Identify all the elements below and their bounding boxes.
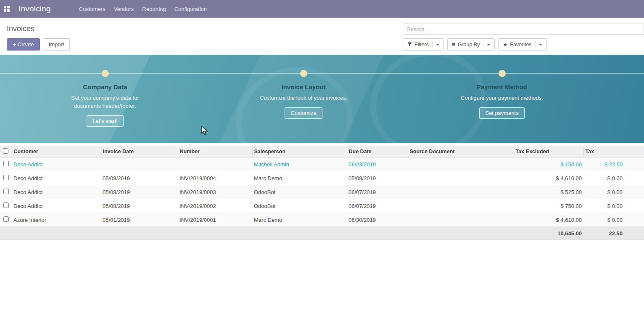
button-divider bbox=[535, 41, 536, 48]
col-customer[interactable]: Customer bbox=[12, 146, 101, 157]
salesperson-cell: Marc Demo bbox=[252, 171, 347, 185]
group-by-button-label: Group By bbox=[458, 42, 480, 48]
col-salesperson[interactable]: Salesperson bbox=[252, 146, 347, 157]
number-cell: INV/2019/0004 bbox=[178, 171, 252, 185]
invoice-row[interactable]: Deco Addict 05/09/2019 INV/2019/0004 Mar… bbox=[0, 171, 644, 185]
menu-reporting[interactable]: Reporting bbox=[138, 6, 170, 12]
checkbox-cell bbox=[0, 185, 12, 199]
invoice-date-cell bbox=[101, 157, 178, 171]
source-document-cell bbox=[408, 157, 514, 171]
col-source-document[interactable]: Source Document bbox=[408, 146, 514, 157]
invoice-date-cell: 05/01/2019 bbox=[101, 213, 178, 227]
search-filter-buttons: Filters ≡ Group By ★ Favorites bbox=[403, 38, 644, 51]
customize-button[interactable]: Customize bbox=[285, 107, 322, 119]
salesperson-cell: OdooBot bbox=[252, 185, 347, 199]
tax-cell: $ 0.00 bbox=[583, 213, 644, 227]
invoices-table: Customer Invoice Date Number Salesperson… bbox=[0, 146, 644, 240]
number-cell: INV/2019/0003 bbox=[178, 185, 252, 199]
search-input[interactable] bbox=[403, 24, 644, 35]
row-checkbox[interactable] bbox=[3, 161, 9, 166]
plus-icon: + bbox=[13, 41, 16, 48]
favorites-button-label: Favorites bbox=[510, 42, 531, 48]
source-document-cell bbox=[408, 199, 514, 213]
totals-row: 10,645.00 22.50 bbox=[0, 227, 644, 240]
tax-excluded-cell: $ 4,610.00 bbox=[514, 213, 583, 227]
checkbox-cell bbox=[0, 171, 12, 185]
source-document-cell bbox=[408, 213, 514, 227]
onboarding-step-invoice-layout: Invoice Layout Customize the look of you… bbox=[245, 55, 362, 119]
onboarding-banner: Company Data Set your company's data for… bbox=[0, 55, 644, 143]
invoice-row[interactable]: Deco Addict Mitchell Admin 06/23/2019 $ … bbox=[0, 157, 644, 171]
apps-grid-icon[interactable] bbox=[4, 6, 10, 12]
onboarding-step-payment-method: Payment Method Configure your payment me… bbox=[443, 55, 561, 119]
select-all-checkbox[interactable] bbox=[3, 148, 8, 154]
filters-button[interactable]: Filters bbox=[403, 38, 444, 51]
create-button-label: Create bbox=[18, 41, 34, 48]
apps-grid-square bbox=[4, 6, 6, 8]
step-dot-icon bbox=[499, 70, 506, 77]
tax-excluded-cell: $ 750.00 bbox=[514, 199, 583, 213]
checkbox-cell bbox=[0, 199, 12, 213]
customer-cell: Deco Addict bbox=[12, 171, 101, 185]
tax-excluded-cell: $ 4,610.00 bbox=[514, 171, 583, 185]
total-tax-excluded: 10,645.00 bbox=[514, 227, 583, 240]
control-panel: Invoices +Create Import Filters ≡ Group … bbox=[0, 18, 644, 55]
number-cell: INV/2019/0002 bbox=[178, 199, 252, 213]
due-date-cell: 06/23/2019 bbox=[347, 157, 408, 171]
step-title: Company Data bbox=[83, 83, 127, 91]
tax-cell: $ 0.00 bbox=[583, 185, 644, 199]
tax-excluded-cell: $ 525.00 bbox=[514, 185, 583, 199]
chevron-down-icon bbox=[436, 44, 439, 47]
menu-configuration[interactable]: Configuration bbox=[170, 6, 211, 12]
customer-cell: Deco Addict bbox=[12, 157, 101, 171]
app-title[interactable]: Invoicing bbox=[18, 4, 51, 13]
col-tax[interactable]: Tax bbox=[583, 146, 644, 157]
source-document-cell bbox=[408, 185, 514, 199]
invoice-row[interactable]: Deco Addict 05/08/2019 INV/2019/0002 Odo… bbox=[0, 199, 644, 213]
salesperson-cell: Marc Demo bbox=[252, 213, 347, 227]
invoice-date-cell: 05/08/2019 bbox=[101, 199, 178, 213]
row-checkbox[interactable] bbox=[3, 216, 9, 222]
number-cell: INV/2019/0001 bbox=[178, 213, 252, 227]
filter-funnel-icon bbox=[407, 42, 412, 47]
step-title: Payment Method bbox=[477, 83, 527, 91]
lets-start-button[interactable]: Let's start! bbox=[87, 115, 124, 127]
row-checkbox[interactable] bbox=[3, 202, 9, 208]
favorites-button[interactable]: ★ Favorites bbox=[498, 38, 546, 51]
step-description: Customize the look of your invoices. bbox=[260, 94, 347, 102]
tax-cell: $ 22.50 bbox=[583, 157, 644, 171]
chevron-down-icon bbox=[539, 44, 542, 47]
apps-grid-square bbox=[7, 9, 10, 12]
row-checkbox[interactable] bbox=[3, 189, 9, 194]
col-number[interactable]: Number bbox=[178, 146, 252, 157]
invoice-date-cell: 05/08/2019 bbox=[101, 185, 178, 199]
customer-cell: Deco Addict bbox=[12, 199, 101, 213]
step-description: Configure your payment methods. bbox=[461, 94, 543, 102]
set-payments-button[interactable]: Set payments bbox=[479, 107, 525, 119]
step-dot-icon bbox=[102, 70, 109, 77]
step-title: Invoice Layout bbox=[281, 83, 325, 91]
due-date-cell: 06/30/2019 bbox=[347, 213, 408, 227]
menu-customers[interactable]: Customers bbox=[75, 6, 110, 12]
salesperson-cell: OdooBot bbox=[252, 199, 347, 213]
step-description: Set your company's data for documents he… bbox=[57, 94, 153, 110]
due-date-cell: 05/09/2019 bbox=[347, 171, 408, 185]
group-by-button[interactable]: ≡ Group By bbox=[447, 38, 495, 51]
menu-vendors[interactable]: Vendors bbox=[110, 6, 138, 12]
invoice-row[interactable]: Azure Interior 05/01/2019 INV/2019/0001 … bbox=[0, 213, 644, 227]
col-tax-excluded[interactable]: Tax Excluded bbox=[514, 146, 583, 157]
group-by-icon: ≡ bbox=[452, 42, 455, 47]
col-invoice-date[interactable]: Invoice Date bbox=[101, 146, 178, 157]
checkbox-cell bbox=[0, 213, 12, 227]
row-checkbox[interactable] bbox=[3, 175, 9, 180]
top-navbar: Invoicing Customers Vendors Reporting Co… bbox=[0, 0, 644, 18]
import-button[interactable]: Import bbox=[43, 38, 70, 51]
col-due-date[interactable]: Due Date bbox=[347, 146, 408, 157]
tax-cell: $ 0.00 bbox=[583, 171, 644, 185]
number-cell bbox=[178, 157, 252, 171]
onboarding-step-company-data: Company Data Set your company's data for… bbox=[46, 55, 164, 127]
invoice-row[interactable]: Deco Addict 05/08/2019 INV/2019/0003 Odo… bbox=[0, 185, 644, 199]
step-dot-icon bbox=[300, 70, 307, 77]
star-icon: ★ bbox=[503, 42, 507, 48]
create-button[interactable]: +Create bbox=[7, 38, 40, 51]
